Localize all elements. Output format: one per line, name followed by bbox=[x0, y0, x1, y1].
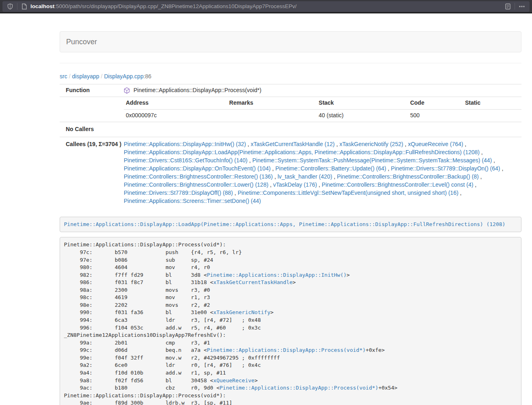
callee-link[interactable]: Pinetime::Applications::DisplayApp::OnTo… bbox=[124, 165, 271, 172]
col-static: Static bbox=[463, 97, 521, 109]
callee-link[interactable]: Pinetime::Applications::DisplayApp::Init… bbox=[124, 141, 246, 147]
callee-link[interactable]: xTaskGetCurrentTaskHandle (12) bbox=[251, 141, 335, 147]
function-row: Function Pinetime::Applications::Display… bbox=[60, 84, 521, 97]
callee-link[interactable]: vTaskDelay (176) bbox=[273, 181, 317, 188]
url-bar[interactable]: localhost:5000/path/src/displayapp/Displ… bbox=[2, 1, 530, 12]
asm-symbol-link[interactable]: xTaskGenericNotify bbox=[213, 309, 270, 315]
page-actions-menu-icon[interactable] bbox=[517, 2, 526, 11]
breadcrumb: src/displayapp/DisplayApp.cpp:86 bbox=[60, 73, 521, 80]
code-value: 500 bbox=[408, 109, 463, 121]
asm-symbol-link[interactable]: Pinetime::Applications::DisplayApp::Proc… bbox=[220, 385, 378, 391]
assembly-code: Pinetime::Applications::DisplayApp::Proc… bbox=[60, 237, 521, 405]
browser-toolbar: localhost:5000/path/src/displayapp/Displ… bbox=[0, 0, 532, 13]
breadcrumb-line-number: :86 bbox=[144, 73, 151, 80]
url-host: localhost bbox=[30, 3, 54, 9]
address-value: 0x0000097c bbox=[124, 109, 227, 121]
callee-link[interactable]: Pinetime::System::SystemTask::PushMessag… bbox=[252, 157, 492, 164]
asm-symbol-link[interactable]: xTaskGetCurrentTaskHandle bbox=[213, 279, 293, 285]
divider bbox=[60, 63, 521, 63]
callees-list: Pinetime::Applications::DisplayApp::Init… bbox=[124, 137, 521, 208]
metrics-row: Address Remarks Stack Code Static 0x0000… bbox=[60, 97, 521, 122]
callee-link[interactable]: Pinetime::Controllers::BrightnessControl… bbox=[337, 173, 478, 180]
callee-link[interactable]: Pinetime::Drivers::St7789::DisplayOn() (… bbox=[391, 165, 500, 172]
breadcrumb-separator: / bbox=[67, 73, 72, 80]
breadcrumb-link-displayapp[interactable]: displayapp bbox=[72, 73, 99, 80]
callee-link[interactable]: Pinetime::Controllers::BrightnessControl… bbox=[124, 173, 273, 180]
col-address: Address bbox=[124, 97, 227, 109]
breadcrumb-link-file[interactable]: DisplayApp.cpp bbox=[104, 73, 143, 80]
function-label: Function bbox=[60, 84, 124, 97]
callees-label: Callees (19, Σ=3704 ) bbox=[60, 137, 124, 208]
col-code: Code bbox=[408, 97, 463, 109]
static-value bbox=[463, 109, 521, 121]
page-info-icon[interactable] bbox=[20, 2, 29, 11]
callee-link[interactable]: Pinetime::Components::LittleVgl::SetNewT… bbox=[238, 190, 459, 196]
toolbar-separator bbox=[17, 3, 17, 10]
callee-link[interactable]: Pinetime::Applications::DisplayApp::Load… bbox=[124, 149, 480, 155]
asm-symbol-link[interactable]: xQueueReceive bbox=[213, 377, 254, 383]
url-path: :5000/path/src/displayapp/DisplayApp.cpp… bbox=[54, 3, 297, 9]
asm-symbol-link[interactable]: Pinetime::Applications::DisplayApp::Proc… bbox=[207, 347, 366, 353]
asm-symbol-link[interactable]: Pinetime::Applications::DisplayApp::Init… bbox=[207, 272, 347, 278]
stack-value: 40 (static) bbox=[317, 109, 408, 121]
navbar: Puncover bbox=[60, 31, 521, 52]
toolbar-separator bbox=[515, 3, 515, 10]
callee-link[interactable]: lv_task_handler (420) bbox=[278, 173, 332, 180]
function-detail-table: Function Pinetime::Applications::Display… bbox=[60, 84, 521, 209]
breadcrumb-link-src[interactable]: src bbox=[60, 73, 67, 80]
page-container: Puncover src/displayapp/DisplayApp.cpp:8… bbox=[60, 31, 521, 405]
col-remarks: Remarks bbox=[227, 97, 317, 109]
callee-link[interactable]: xQueueReceive (764) bbox=[408, 141, 463, 147]
metrics-table: Address Remarks Stack Code Static 0x0000… bbox=[124, 97, 521, 122]
callee-link[interactable]: Pinetime::Applications::Screens::Timer::… bbox=[124, 198, 261, 204]
callee-link[interactable]: Pinetime::Controllers::BrightnessControl… bbox=[124, 181, 268, 188]
remarks-value bbox=[227, 109, 317, 121]
callee-link[interactable]: Pinetime::Drivers::St7789::DisplayOff() … bbox=[124, 190, 233, 196]
url-text[interactable]: localhost:5000/path/src/displayapp/Displ… bbox=[30, 3, 503, 9]
reader-mode-icon[interactable] bbox=[503, 2, 512, 11]
table-row: 0x0000097c 40 (static) 500 bbox=[124, 109, 521, 121]
brand-link[interactable]: Puncover bbox=[60, 32, 103, 52]
purple-cube-symbol-icon bbox=[124, 87, 130, 94]
callees-row: Callees (19, Σ=3704 ) Pinetime::Applicat… bbox=[60, 137, 521, 208]
col-stack: Stack bbox=[317, 97, 408, 109]
loadapp-link[interactable]: Pinetime::Applications::DisplayApp::Load… bbox=[64, 221, 506, 227]
function-name: Pinetime::Applications::DisplayApp::Proc… bbox=[134, 86, 261, 95]
callee-link[interactable]: Pinetime::Controllers::Battery::Update()… bbox=[276, 165, 386, 172]
callee-link[interactable]: Pinetime::Drivers::Cst816S::GetTouchInfo… bbox=[124, 157, 248, 164]
no-callers-label: No Callers bbox=[60, 122, 124, 137]
no-callers-row: No Callers bbox=[60, 122, 521, 137]
callee-link[interactable]: xTaskGenericNotify (252) bbox=[339, 141, 403, 147]
highlighted-callee-box: Pinetime::Applications::DisplayApp::Load… bbox=[60, 217, 521, 233]
tracking-protection-shield-icon[interactable] bbox=[6, 2, 15, 11]
callee-link[interactable]: Pinetime::Controllers::BrightnessControl… bbox=[322, 181, 473, 188]
breadcrumb-separator: / bbox=[99, 73, 104, 80]
